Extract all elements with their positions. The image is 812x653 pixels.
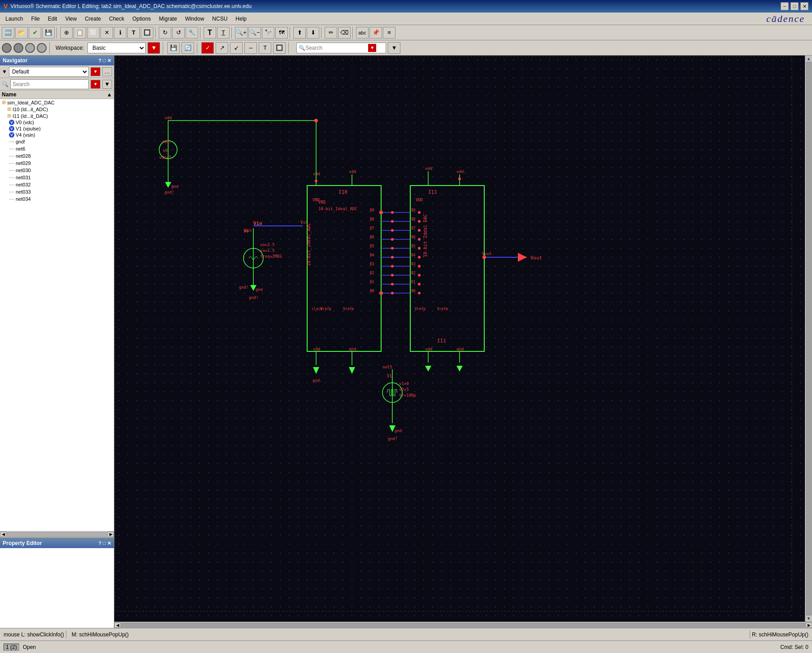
workspace-select[interactable]: Basic Advanced [87, 43, 146, 53]
property-editor-close[interactable]: ✕ [107, 541, 111, 546]
navigator-close[interactable]: ✕ [107, 58, 111, 64]
tb-text[interactable]: T [127, 27, 140, 39]
tb-text-under[interactable]: T [217, 27, 230, 39]
tree-item-net6[interactable]: — net6 [0, 145, 114, 152]
tb-pin[interactable]: 📌 [369, 27, 382, 39]
h-scroll-thumb[interactable] [121, 623, 805, 627]
tb2-circ3[interactable] [25, 43, 35, 53]
tb-redo[interactable]: ↻ [159, 27, 171, 39]
scroll-right-canvas[interactable]: ▶ [806, 623, 812, 628]
filter-menu[interactable]: … [102, 67, 112, 76]
tb-zoom-fit[interactable]: 🔭 [262, 27, 274, 39]
tb-save[interactable]: 💾 [42, 27, 55, 39]
scroll-up-tree[interactable]: ▲ [107, 91, 112, 98]
tree-item-net032[interactable]: — net032 [0, 181, 114, 188]
tb-undo2[interactable]: ↺ [172, 27, 185, 39]
tb-open[interactable]: 📂 [15, 27, 28, 39]
tree-item-I11[interactable]: ⊞ I11 (Id...it_DAC) [0, 112, 114, 119]
property-editor-detach[interactable]: □ [103, 541, 106, 546]
tb2-arrow1[interactable]: ↗ [216, 42, 228, 54]
tb2-refresh[interactable]: 🔄 [182, 42, 194, 54]
tb-text2[interactable]: T [204, 27, 216, 39]
tb-up[interactable]: ⬆ [293, 27, 306, 39]
navigator-detach[interactable]: □ [103, 58, 106, 64]
tb-menu[interactable]: ≡ [383, 27, 395, 39]
toolbar-search-input[interactable] [305, 45, 368, 51]
tb-check[interactable]: ✔ [29, 27, 41, 39]
tree-item-net028[interactable]: — net028 [0, 152, 114, 160]
search-dropdown-nav[interactable]: ▼ [91, 80, 100, 89]
search-dropdown[interactable]: ▼ [368, 44, 376, 52]
tb2-dropdown[interactable]: ▼ [148, 42, 160, 54]
tb2-circ1[interactable] [2, 43, 12, 53]
menu-window[interactable]: Window [182, 14, 208, 23]
minimize-button[interactable]: − [781, 2, 789, 10]
scroll-thumb-left[interactable] [7, 532, 107, 537]
tb-zoom-in[interactable]: 🔍+ [235, 27, 248, 39]
tb-new[interactable]: 🆕 [2, 27, 14, 39]
scroll-up-arrow[interactable]: ▲ [807, 56, 811, 61]
tree-item-net030[interactable]: — net030 [0, 167, 114, 174]
scroll-down-arrow[interactable]: ▼ [807, 616, 811, 621]
menu-options[interactable]: Options [129, 14, 154, 23]
property-editor-help[interactable]: ? [99, 541, 102, 546]
navigator-help[interactable]: ? [99, 58, 102, 64]
tree-item-V4[interactable]: V V4 (vsin) [0, 132, 114, 138]
close-button[interactable]: ✕ [800, 2, 808, 10]
tree-item-V1[interactable]: V V1 (vpulse) [0, 125, 114, 132]
tb-erase[interactable]: ⌫ [338, 27, 351, 39]
tb-delete[interactable]: ✕ [100, 27, 113, 39]
tb-undo[interactable]: ⬜ [87, 27, 100, 39]
tb-tool1[interactable]: 🔧 [186, 27, 198, 39]
menu-edit[interactable]: Edit [44, 14, 61, 23]
menu-help[interactable]: Help [232, 14, 250, 23]
menu-file[interactable]: File [27, 14, 43, 23]
tb-copy[interactable]: 📋 [74, 27, 86, 39]
maximize-button[interactable]: □ [790, 2, 799, 10]
tb2-select1[interactable]: ✓ [201, 42, 214, 54]
navigator-search-input[interactable] [10, 79, 89, 89]
tb2-save[interactable]: 💾 [167, 42, 180, 54]
menu-migrate[interactable]: Migrate [156, 14, 181, 23]
tb2-circ2[interactable] [13, 43, 23, 53]
tb-select[interactable]: ⊕ [60, 27, 73, 39]
tb-pencil[interactable]: ✏ [325, 27, 337, 39]
schematic-canvas[interactable]: vddl v0 vdc=5 vdd gnd! gnd [114, 56, 805, 622]
canvas-h-scrollbar[interactable]: ◀ ▶ [114, 622, 812, 628]
filter-dropdown[interactable]: ▼ [91, 67, 100, 76]
menu-ncsu[interactable]: NCSU [208, 14, 231, 23]
tree-item-net033[interactable]: — net033 [0, 188, 114, 195]
menu-launch[interactable]: Launch [2, 14, 26, 23]
menu-check[interactable]: Check [105, 14, 128, 23]
tree-item-net031[interactable]: — net031 [0, 174, 114, 181]
tb-abc[interactable]: abc [356, 27, 369, 39]
menu-create[interactable]: Create [81, 14, 104, 23]
scroll-right-btn[interactable]: ▶ [108, 532, 114, 537]
tree-item-gnd1[interactable]: — gnd! [0, 138, 114, 145]
title-controls[interactable]: − □ ✕ [781, 2, 808, 10]
tb2-circ4[interactable] [37, 43, 47, 53]
search-options-nav[interactable]: ▼ [102, 80, 112, 89]
navigator-controls[interactable]: ? □ ✕ [99, 58, 111, 64]
canvas-vscrollbar[interactable]: ▲ ▼ [805, 56, 812, 622]
scroll-left-btn[interactable]: ◀ [0, 532, 6, 537]
tree-item-net034[interactable]: — net034 [0, 195, 114, 203]
tb-info[interactable]: ℹ [114, 27, 126, 39]
tb2-extra[interactable]: ▼ [388, 42, 400, 54]
tb2-text3[interactable]: T [259, 42, 271, 54]
tb2-arrow3[interactable]: ↔ [244, 42, 257, 54]
tb2-box[interactable]: 🔲 [273, 42, 286, 54]
tree-item-net029[interactable]: — net029 [0, 160, 114, 167]
property-editor-controls[interactable]: ? □ ✕ [99, 541, 111, 546]
scroll-left-canvas[interactable]: ◀ [114, 623, 121, 628]
filter-select[interactable]: Default [9, 67, 89, 77]
tb-zoom-out[interactable]: 🔍− [248, 27, 261, 39]
menu-view[interactable]: View [61, 14, 80, 23]
tree-item-sim-ideal[interactable]: ⊞ sim_Ideal_ADC_DAC [0, 99, 114, 106]
tree-item-V0[interactable]: V V0 (vdc) [0, 119, 114, 125]
scroll-thumb-v[interactable] [806, 62, 812, 615]
tree-item-I10[interactable]: ⊞ I10 (Id...it_ADC) [0, 106, 114, 112]
tb2-arrow2[interactable]: ↙ [230, 42, 243, 54]
left-h-scrollbar[interactable]: ◀ ▶ [0, 531, 114, 537]
tb-down[interactable]: ⬇ [307, 27, 319, 39]
